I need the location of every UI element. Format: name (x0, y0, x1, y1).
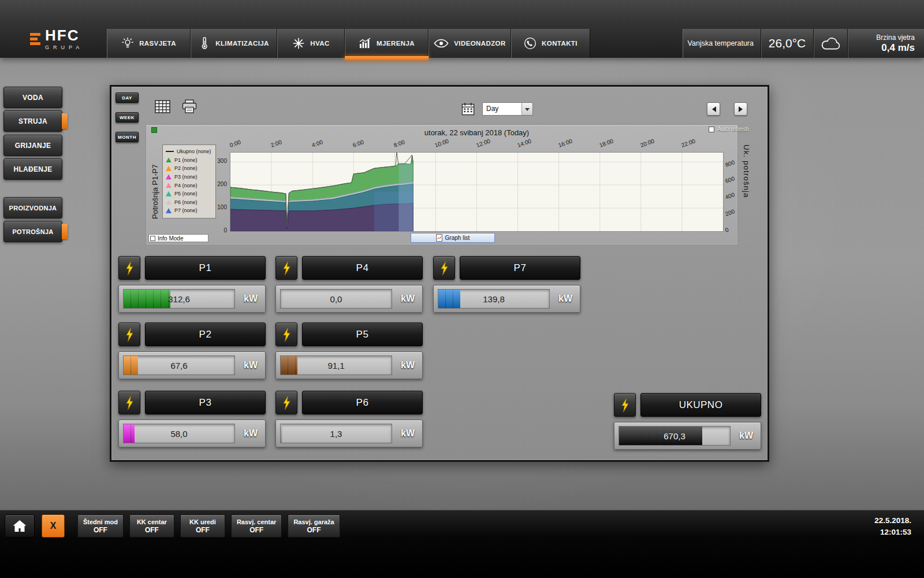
info-mode-checkbox[interactable]: Info Mode (148, 234, 208, 242)
home-button[interactable] (5, 514, 35, 538)
chart-widget: utorak, 22 svibanj 2018 (Today) Potrošnj… (146, 124, 738, 246)
gauge-value: 0,0 (281, 290, 392, 308)
ukupno-name-button[interactable]: UKUPNO (640, 393, 761, 417)
gauge-unit: kW (236, 286, 265, 312)
sidebar-item-hladenje[interactable]: HLAĐENJE (3, 158, 62, 180)
fan-icon (292, 37, 305, 50)
p2-gauge: 67,6 kW (118, 351, 266, 379)
toggle-rasvj-garaza[interactable]: Rasvj. garaža OFF (288, 514, 340, 538)
printer-icon[interactable] (182, 99, 197, 114)
close-button[interactable]: X (42, 514, 65, 538)
checkbox[interactable] (709, 127, 714, 132)
p1-gauge: 312,6 kW (118, 285, 266, 313)
series-triangle-marker (166, 199, 172, 205)
series-triangle-marker (166, 208, 172, 213)
sidebar-item-label: STRUJA (18, 117, 47, 125)
p5-bolt-button[interactable] (275, 323, 297, 346)
series-triangle-marker (166, 157, 172, 162)
p3-name-button[interactable]: P3 (145, 391, 266, 414)
gauge-value: 1,3 (281, 424, 392, 443)
tab-hvac[interactable]: HVAC (277, 29, 345, 58)
checkbox[interactable] (150, 236, 155, 241)
gauge-value: 139,8 (438, 290, 549, 308)
sidebar-item-voda[interactable]: VODA (3, 87, 62, 108)
p5-gauge: 91,1 kW (275, 351, 423, 379)
p5-name-button[interactable]: P5 (302, 323, 423, 346)
prev-period-button[interactable] (707, 102, 720, 116)
meter-p5: P5 91,1 kW (275, 323, 423, 379)
p3-bolt-button[interactable] (118, 391, 140, 414)
day-button[interactable]: DAY (116, 92, 139, 103)
meter-p3: P3 58,0 kW (118, 391, 266, 447)
wind-value: 0,4 m/s (848, 42, 915, 54)
p2-name-button[interactable]: P2 (145, 323, 266, 346)
p4-name-button[interactable]: P4 (302, 256, 423, 280)
toggle-kk-uredi[interactable]: KK uredi OFF (180, 514, 225, 538)
datetime-display: 22.5.2018. 12:01:53 (874, 515, 911, 539)
ukupno-bolt-button[interactable] (614, 393, 636, 417)
sidebar-item-label: VODA (23, 94, 43, 102)
gauge-value: 58,0 (124, 424, 234, 443)
range-select-value: Day (486, 103, 498, 115)
lightning-bolt-icon (282, 261, 291, 276)
gauge-track: 0,0 (280, 289, 392, 309)
wind-block: Brzina vjetra 0,4 m/s (848, 34, 924, 54)
gauge-value: 67,6 (124, 356, 234, 375)
meter-p1: P1 312,6 kW (118, 256, 266, 313)
legend-item: P1 (none) (166, 156, 213, 165)
p7-bolt-button[interactable] (433, 256, 455, 280)
p2-bolt-button[interactable] (118, 323, 140, 346)
meter-p4: P4 0,0 kW (275, 256, 423, 313)
table-view-icon[interactable] (155, 100, 170, 113)
toggle-rasvj-centar[interactable]: Rasvj. centar OFF (231, 514, 282, 538)
p1-name-button[interactable]: P1 (145, 256, 266, 280)
tab-rasvjeta[interactable]: RASVJETA (107, 29, 191, 58)
tab-mjerenja[interactable]: MJERENJA (345, 29, 429, 58)
p7-name-button[interactable]: P7 (460, 256, 580, 280)
main-panel: DAY WEEK MONTH Day Auto refresh utorak, … (110, 85, 769, 462)
sidebar-item-potrosnja[interactable]: POTROŠNJA (3, 221, 62, 242)
toggle-stedni-mod[interactable]: Štedni mod OFF (77, 514, 124, 538)
p4-bolt-button[interactable] (275, 256, 297, 280)
sidebar-item-label: PROIZVODNJA (9, 205, 57, 212)
next-period-button[interactable] (734, 102, 747, 116)
meter-p6: P6 1,3 kW (275, 391, 423, 447)
week-button[interactable]: WEEK (116, 112, 139, 123)
wind-label: Brzina vjetra (848, 34, 915, 42)
gauge-unit: kW (393, 352, 422, 379)
graph-list-button[interactable]: Graph list (411, 233, 495, 243)
tab-kontakti[interactable]: KONTAKTI (511, 29, 590, 58)
sidebar-item-proizvodnja[interactable]: PROIZVODNJA (3, 197, 62, 218)
tab-videonadzor[interactable]: VIDEONADZOR (429, 29, 511, 58)
chevron-down-icon[interactable] (521, 103, 532, 115)
eye-icon (434, 39, 449, 48)
lightning-bolt-icon (125, 261, 134, 276)
graph-page-icon (436, 234, 442, 242)
sidebar-item-struja[interactable]: STRUJA (3, 110, 62, 132)
lightning-bolt-icon (125, 395, 134, 410)
range-select[interactable]: Day (482, 102, 533, 116)
p7-gauge: 139,8 kW (433, 285, 580, 313)
sidebar-item-grijanje[interactable]: GRIJANJE (3, 135, 62, 156)
right-axis-title: Uk. potrošnja (742, 144, 751, 272)
left-axis-title: Potrošnja P1-P7 (148, 149, 161, 235)
series-triangle-marker (166, 175, 172, 180)
cloud-icon (814, 36, 847, 51)
graph-list-label: Graph list (445, 235, 470, 241)
gauge-value: 312,6 (124, 290, 234, 308)
outdoor-temp-value: 26,0°C (761, 36, 813, 50)
tab-label: HVAC (310, 40, 329, 47)
legend-item: P4 (none) (166, 181, 213, 190)
ukupno-gauge: 670,3 kW (614, 422, 761, 450)
tab-klimatizacija[interactable]: KLIMATIZACIJA (191, 29, 277, 58)
meter-p7: P7 139,8 kW (433, 256, 580, 313)
calendar-icon[interactable] (461, 102, 475, 116)
p1-bolt-button[interactable] (118, 256, 140, 280)
triangle-right-icon (739, 106, 746, 112)
month-button[interactable]: MONTH (116, 132, 139, 142)
p6-name-button[interactable]: P6 (302, 391, 423, 414)
auto-refresh-checkbox[interactable]: Auto refresh (709, 126, 748, 132)
toggle-kk-centar[interactable]: KK centar OFF (129, 514, 174, 538)
meter-ukupno: UKUPNO 670,3 kW (614, 393, 761, 450)
p6-bolt-button[interactable] (275, 391, 297, 414)
